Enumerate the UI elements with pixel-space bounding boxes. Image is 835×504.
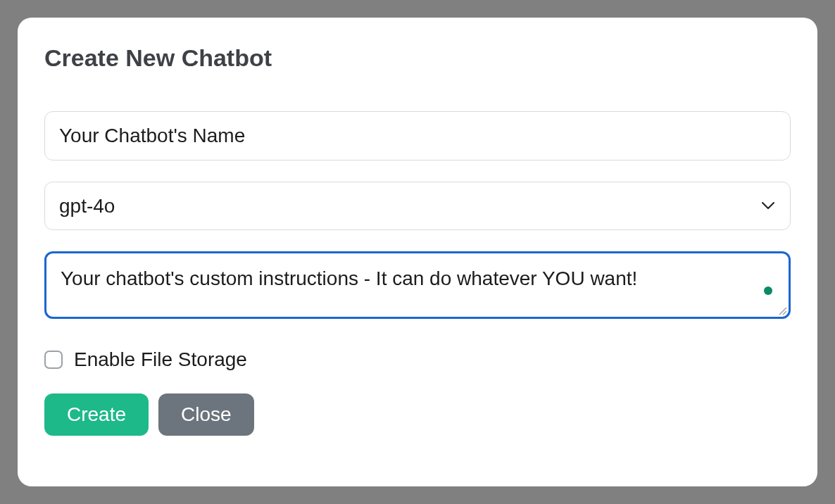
- instructions-textarea[interactable]: [44, 251, 791, 319]
- model-select-wrapper: gpt-4o: [44, 182, 791, 230]
- model-select[interactable]: gpt-4o: [44, 182, 791, 230]
- status-dot-icon: [764, 286, 772, 295]
- modal-title: Create New Chatbot: [44, 44, 791, 72]
- model-field-group: gpt-4o: [44, 182, 791, 230]
- instructions-wrapper: [44, 251, 791, 322]
- button-row: Create Close: [44, 393, 791, 436]
- instructions-field-group: [44, 251, 791, 322]
- name-field-group: [44, 111, 791, 160]
- create-button[interactable]: Create: [44, 393, 149, 436]
- file-storage-label[interactable]: Enable File Storage: [74, 348, 247, 371]
- file-storage-row: Enable File Storage: [44, 348, 791, 371]
- chatbot-name-input[interactable]: [44, 111, 791, 160]
- create-chatbot-modal: Create New Chatbot gpt-4o: [18, 18, 817, 486]
- close-button[interactable]: Close: [158, 393, 254, 436]
- file-storage-checkbox[interactable]: [44, 351, 63, 369]
